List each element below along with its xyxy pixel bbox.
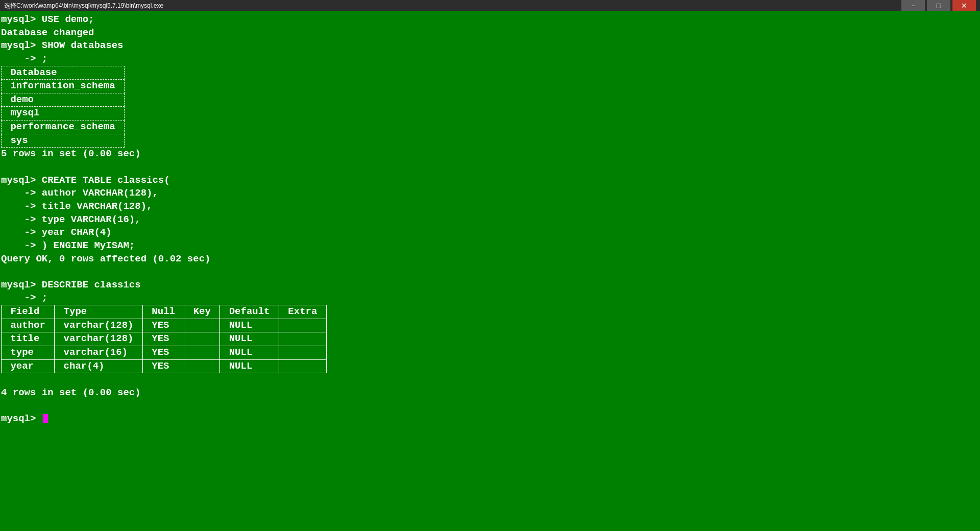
desc-cell: varchar(16) — [55, 346, 143, 360]
db-row-4: performance_schema — [2, 120, 125, 134]
db-row-1: information_schema — [2, 80, 125, 93]
desc-header-key: Key — [184, 305, 220, 319]
desc-cell: NULL — [220, 332, 279, 346]
line-describe-semi: -> ; — [1, 292, 979, 305]
title-bar: 选择C:\work\wamp64\bin\mysql\mysql5.7.19\b… — [0, 0, 980, 11]
desc-header-field: Field — [2, 305, 55, 319]
maximize-button[interactable]: □ — [927, 0, 950, 11]
table-row: performance_schema — [2, 120, 125, 134]
desc-cell: varchar(128) — [55, 332, 143, 346]
db-header-cell: Database — [2, 66, 125, 80]
line-create-table: mysql> CREATE TABLE classics( — [1, 174, 979, 187]
title-bar-text: 选择C:\work\wamp64\bin\mysql\mysql5.7.19\b… — [4, 2, 901, 10]
desc-cell: NULL — [220, 346, 279, 360]
database-table: Database information_schema demo mysql p… — [1, 66, 125, 148]
desc-row-title: title varchar(128) YES NULL — [2, 332, 327, 346]
desc-header-type: Type — [55, 305, 143, 319]
desc-cell: type — [2, 346, 55, 360]
desc-cell — [184, 359, 220, 373]
describe-table-container: Field Type Null Key Default Extra author… — [1, 305, 979, 373]
desc-cell — [279, 359, 326, 373]
desc-cell: NULL — [220, 359, 279, 373]
describe-table: Field Type Null Key Default Extra author… — [1, 305, 327, 373]
db-row-2: demo — [2, 93, 125, 107]
desc-cell: YES — [142, 332, 184, 346]
desc-cell — [279, 346, 326, 360]
db-row-5: sys — [2, 134, 125, 148]
table-row: demo — [2, 93, 125, 107]
minimize-button[interactable]: − — [901, 0, 925, 11]
line-blank2 — [1, 266, 979, 279]
line-describe: mysql> DESCRIBE classics — [1, 279, 979, 292]
desc-row-author: author varchar(128) YES NULL — [2, 319, 327, 332]
table-row: Database — [2, 66, 125, 80]
table-row: mysql — [2, 107, 125, 120]
desc-header-null: Null — [142, 305, 184, 319]
desc-cell: YES — [142, 346, 184, 360]
line-blank1 — [1, 161, 979, 174]
close-button[interactable]: ✕ — [952, 0, 976, 11]
desc-cell — [184, 346, 220, 360]
table-row: information_schema — [2, 80, 125, 93]
desc-cell: YES — [142, 359, 184, 373]
desc-cell: title — [2, 332, 55, 346]
desc-cell — [279, 332, 326, 346]
title-bar-controls: − □ ✕ — [901, 0, 976, 11]
desc-cell: author — [2, 319, 55, 332]
terminal-cursor — [43, 414, 48, 423]
line-blank4 — [1, 400, 979, 413]
desc-row-type: type varchar(16) YES NULL — [2, 346, 327, 360]
desc-cell: YES — [142, 319, 184, 332]
table-row: sys — [2, 134, 125, 148]
desc-cell: year — [2, 359, 55, 373]
desc-header-default: Default — [220, 305, 279, 319]
database-table-container: Database information_schema demo mysql p… — [1, 66, 979, 148]
desc-cell — [184, 319, 220, 332]
desc-row-year: year char(4) YES NULL — [2, 359, 327, 373]
line-blank3 — [1, 373, 979, 387]
desc-cell: varchar(128) — [55, 319, 143, 332]
line-semicolon: -> ; — [1, 53, 979, 66]
desc-cell: NULL — [220, 319, 279, 332]
desc-cell — [279, 319, 326, 332]
line-use-demo: mysql> USE demo; — [1, 13, 979, 27]
line-query-ok: Query OK, 0 rows affected (0.02 sec) — [1, 253, 979, 266]
desc-cell: char(4) — [55, 359, 143, 373]
desc-header-row: Field Type Null Key Default Extra — [2, 305, 327, 319]
db-row-3: mysql — [2, 107, 125, 120]
line-year: -> year CHAR(4) — [1, 226, 979, 239]
line-db-changed: Database changed — [1, 27, 979, 40]
line-show-db: mysql> SHOW databases — [1, 39, 979, 53]
desc-header-extra: Extra — [279, 305, 326, 319]
desc-cell — [184, 332, 220, 346]
line-title: -> title VARCHAR(128), — [1, 200, 979, 213]
line-5rows: 5 rows in set (0.00 sec) — [1, 148, 979, 161]
line-final-prompt: mysql> — [1, 413, 979, 426]
line-author: -> author VARCHAR(128), — [1, 187, 979, 200]
line-type: -> type VARCHAR(16), — [1, 213, 979, 227]
terminal: mysql> USE demo; Database changed mysql>… — [0, 11, 980, 531]
line-engine: -> ) ENGINE MyISAM; — [1, 239, 979, 253]
line-4rows: 4 rows in set (0.00 sec) — [1, 387, 979, 400]
